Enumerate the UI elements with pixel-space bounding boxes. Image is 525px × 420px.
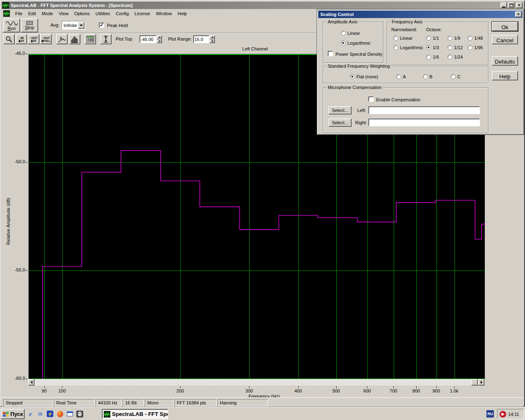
octave-1-1-radio[interactable]: 1/1 — [426, 35, 439, 41]
weighting-b-radio-label: B — [429, 74, 432, 79]
app-icon — [2, 2, 9, 9]
spin-down-icon[interactable] — [210, 39, 215, 43]
taskbar-app-button[interactable]: SpectraLAB - FFT Spe... — [102, 409, 168, 419]
winamp-icon[interactable] — [75, 410, 84, 418]
scroll-right-button[interactable] — [478, 379, 484, 386]
display-options-button[interactable] — [84, 34, 96, 44]
select-right-file-button[interactable]: Select... — [329, 119, 352, 127]
menu-file[interactable]: File — [12, 10, 25, 17]
menu-utilities[interactable]: Utilities — [93, 10, 113, 17]
zoom-button[interactable] — [3, 34, 15, 44]
weighting-c-radio-label: C — [457, 74, 461, 79]
x-tick-label-800: 800 — [409, 388, 423, 393]
dialog-close-button[interactable]: × — [515, 11, 522, 17]
select-left-file-button[interactable]: Select... — [329, 106, 352, 114]
weighting-b-radio[interactable]: B — [423, 74, 432, 79]
amplitude-linear-radio[interactable]: Linear — [341, 30, 360, 36]
status-window-function: Hanning — [217, 399, 268, 406]
peak-hold-checkbox[interactable] — [99, 23, 104, 28]
start-button[interactable]: Пуск — [1, 409, 25, 419]
close-button[interactable]: × — [516, 2, 523, 8]
close-icon: × — [518, 3, 520, 7]
octave-1-9-radio[interactable]: 1/9 — [447, 35, 460, 41]
internet-explorer-icon[interactable]: e — [26, 410, 34, 418]
menu-license[interactable]: License — [132, 10, 153, 17]
messenger-icon[interactable]: ⚡ — [46, 410, 54, 418]
language-indicator[interactable]: RU — [486, 410, 494, 418]
spin-down-icon[interactable] — [157, 39, 162, 43]
x-tick-label-90: 90 — [37, 388, 51, 393]
power-spectral-density-label: Power Spectral Density — [336, 52, 382, 57]
amplitude-linear-radio-label: Linear — [347, 31, 360, 36]
weighting-c-radio[interactable]: C — [451, 74, 461, 79]
plot-top-spinner[interactable] — [157, 35, 162, 43]
stop-button[interactable]: Stop — [21, 18, 38, 32]
spin-up-icon[interactable] — [210, 35, 215, 39]
octave-1-96-radio-control — [468, 45, 472, 50]
narrowband-linear-radio[interactable]: Linear — [393, 35, 413, 41]
tray-download-icon[interactable] — [499, 411, 507, 418]
minimize-button[interactable] — [500, 2, 507, 8]
plot-range-spinner[interactable] — [210, 35, 215, 43]
show-desktop-icon[interactable] — [66, 410, 74, 418]
left-compensation-file-input[interactable] — [368, 106, 480, 114]
dialog-title: Scaling Control — [320, 12, 514, 17]
weighting-a-radio[interactable]: A — [396, 74, 406, 79]
combo-dropdown-button[interactable] — [78, 22, 84, 29]
run-button[interactable]: Run — [3, 18, 20, 32]
octave-1-6-radio[interactable]: 1/6 — [426, 54, 439, 59]
cancel-button[interactable]: Cancel — [492, 35, 518, 44]
menu-options[interactable]: Options — [71, 10, 93, 17]
menu-view[interactable]: View — [56, 10, 71, 17]
octave-1-48-radio[interactable]: 1/48 — [468, 35, 483, 41]
ok-button[interactable]: Ok — [492, 22, 518, 31]
amplitude-logarithmic-radio[interactable]: Logarithmic — [341, 40, 371, 46]
octave-1-96-radio[interactable]: 1/96 — [468, 45, 483, 50]
bar-plot-button[interactable] — [69, 34, 80, 44]
amplitude-scale-button[interactable] — [100, 34, 112, 44]
scroll-left-button[interactable] — [28, 379, 34, 386]
amplitude-logarithmic-radio-label: Logarithmic — [347, 41, 371, 46]
line-plot-button[interactable] — [56, 34, 68, 44]
right-compensation-file-input[interactable] — [368, 119, 480, 126]
octave-1-24-radio[interactable]: 1/24 — [447, 54, 463, 59]
spectrum-window-icon[interactable] — [3, 10, 10, 17]
zoom-out-full-button[interactable]: ○OUT▮FULL — [40, 34, 52, 44]
octave-1-12-radio[interactable]: 1/12 — [447, 45, 463, 50]
defaults-button[interactable]: Defaults — [492, 56, 518, 66]
run-button-label: Run — [7, 26, 16, 31]
octave-1-3-radio-label: 1/3 — [433, 45, 439, 50]
horizontal-scrollbar[interactable] — [28, 379, 485, 386]
y-tick-label--55.0: -55.0 — [2, 267, 25, 272]
narrowband-logarithmic-radio[interactable]: Logarithmic — [393, 45, 423, 50]
octave-1-12-radio-control — [447, 45, 452, 50]
stop-button-label: Stop — [25, 25, 34, 30]
zoom-in-2x-button[interactable]: ○IN▮2X — [16, 34, 27, 44]
sine-wave-icon — [6, 21, 18, 26]
power-spectral-density-checkbox[interactable] — [328, 51, 333, 56]
zoom-out-2x-button[interactable]: ○OUT▮2X — [28, 34, 39, 44]
maximize-button[interactable] — [508, 2, 514, 8]
menu-edit[interactable]: Edit — [25, 10, 39, 17]
enable-compensation-label: Enable Compensation — [376, 97, 420, 102]
weighting-flat-none-radio[interactable]: Flat (none) — [350, 74, 378, 79]
help-button[interactable]: Help — [492, 71, 518, 80]
narrowband-linear-radio-control — [393, 36, 398, 41]
frequency-axis-legend: Frequency Axis — [390, 19, 424, 24]
averaging-combobox[interactable]: Infinite — [62, 21, 85, 30]
menu-window[interactable]: Window — [153, 10, 175, 17]
spin-up-icon[interactable] — [157, 35, 162, 39]
menu-config[interactable]: Config — [113, 10, 132, 17]
outlook-express-icon[interactable]: ✉ — [36, 410, 44, 418]
scrollbar-thumb[interactable] — [471, 379, 478, 386]
media-player-icon[interactable] — [56, 410, 64, 418]
menu-help[interactable]: Help — [175, 10, 190, 17]
enable-compensation-checkbox[interactable] — [368, 96, 374, 102]
plot-range-input[interactable] — [193, 35, 209, 43]
zoom-out-2x-icon: ○OUT▮2X — [30, 37, 37, 42]
menu-mode[interactable]: Mode — [39, 10, 56, 17]
x-tick-label-400: 400 — [291, 388, 305, 393]
octave-1-3-radio[interactable]: 1/3 — [426, 45, 439, 50]
plot-top-input[interactable] — [139, 35, 156, 43]
octave-1-24-radio-control — [447, 55, 452, 59]
